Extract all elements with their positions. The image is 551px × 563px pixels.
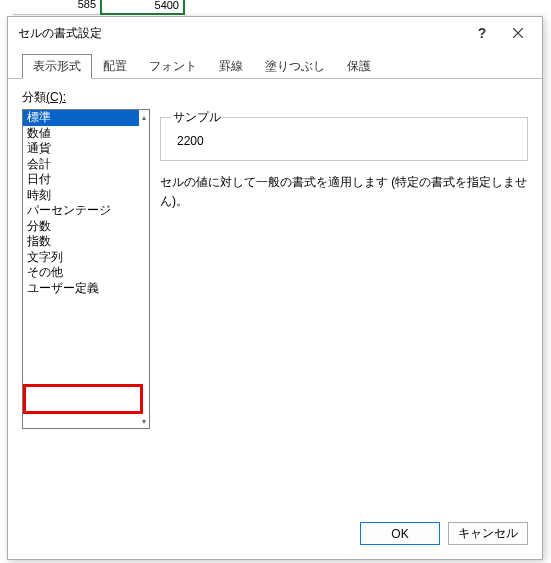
dialog-title: セルの書式設定	[18, 25, 464, 42]
list-item[interactable]: 数値	[23, 126, 139, 142]
sample-legend: サンプル	[171, 109, 223, 126]
dialog-body: 分類(C): 標準 数値 通貨 会計 日付 時刻 パーセンテージ 分数 指数 文…	[8, 79, 542, 512]
scroll-up-icon[interactable]: ▴	[139, 110, 149, 124]
list-item[interactable]: パーセンテージ	[23, 203, 139, 219]
scroll-down-icon[interactable]: ▾	[139, 414, 149, 428]
list-item[interactable]: その他	[23, 265, 139, 281]
sample-value: 2200	[171, 132, 517, 150]
close-icon	[513, 28, 523, 38]
bg-selected-cell: 5400	[100, 0, 185, 15]
list-item[interactable]: 標準	[23, 110, 139, 126]
list-item[interactable]: 会計	[23, 157, 139, 173]
list-item[interactable]: 文字列	[23, 250, 139, 266]
category-label: 分類(C):	[22, 89, 528, 106]
category-description: セルの値に対して一般の書式を適用します (特定の書式を指定しません)。	[160, 173, 528, 211]
tab-border[interactable]: 罫線	[208, 54, 254, 79]
tab-fill[interactable]: 塗りつぶし	[254, 54, 336, 79]
tab-alignment[interactable]: 配置	[92, 54, 138, 79]
list-item[interactable]: 時刻	[23, 188, 139, 204]
list-item[interactable]: 指数	[23, 234, 139, 250]
help-button[interactable]: ?	[464, 19, 500, 47]
list-item[interactable]: 通貨	[23, 141, 139, 157]
list-item[interactable]: 日付	[23, 172, 139, 188]
dialog-footer: OK キャンセル	[8, 512, 542, 559]
listbox-inner: 標準 数値 通貨 会計 日付 時刻 パーセンテージ 分数 指数 文字列 その他 …	[23, 110, 139, 428]
right-panel: サンプル 2200 セルの値に対して一般の書式を適用します (特定の書式を指定し…	[160, 109, 528, 429]
cancel-button[interactable]: キャンセル	[448, 522, 528, 545]
list-item[interactable]: 分数	[23, 219, 139, 235]
titlebar: セルの書式設定 ?	[8, 17, 542, 49]
tab-font[interactable]: フォント	[138, 54, 208, 79]
sample-box: サンプル 2200	[160, 109, 528, 161]
format-cells-dialog: セルの書式設定 ? 表示形式 配置 フォント 罫線 塗りつぶし 保護 分類(C)…	[7, 16, 543, 560]
list-item[interactable]: ユーザー定義	[23, 281, 139, 297]
category-listbox[interactable]: 標準 数値 通貨 会計 日付 時刻 パーセンテージ 分数 指数 文字列 その他 …	[22, 109, 150, 429]
tab-strip: 表示形式 配置 フォント 罫線 塗りつぶし 保護	[8, 49, 542, 79]
tab-number-format[interactable]: 表示形式	[22, 54, 92, 79]
ok-button[interactable]: OK	[360, 522, 440, 545]
close-button[interactable]	[500, 19, 536, 47]
bg-cell: 585	[13, 0, 100, 15]
tab-protection[interactable]: 保護	[336, 54, 382, 79]
